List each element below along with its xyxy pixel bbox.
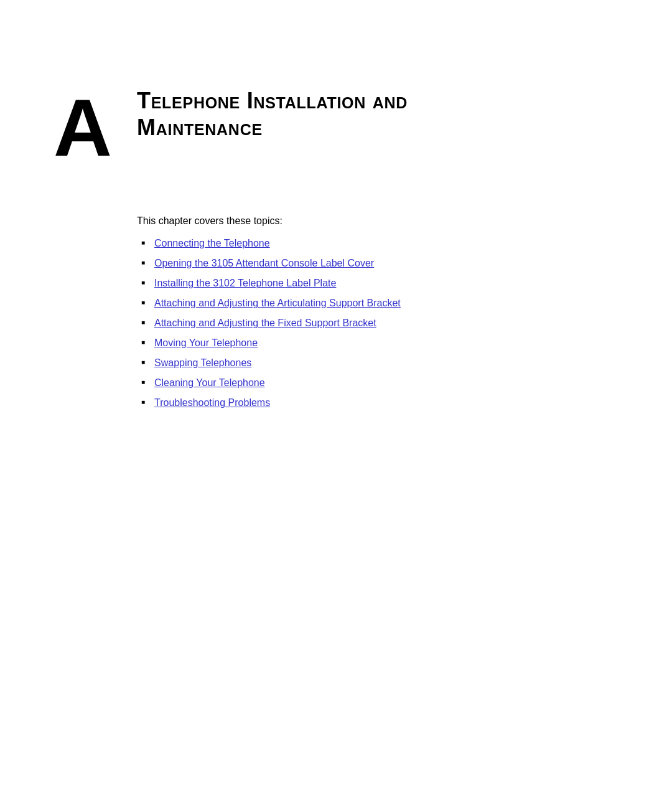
topic-link-troubleshooting-problems[interactable]: Troubleshooting Problems [154, 397, 270, 408]
list-item: ■Cleaning Your Telephone [137, 377, 622, 389]
list-item: ■Installing the 3102 Telephone Label Pla… [137, 278, 622, 289]
bullet-icon: ■ [137, 359, 149, 366]
topic-link-cleaning-telephone[interactable]: Cleaning Your Telephone [154, 377, 265, 389]
left-column: A [0, 50, 137, 757]
topic-link-attaching-articulating-bracket[interactable]: Attaching and Adjusting the Articulating… [154, 298, 401, 309]
chapter-letter: A [54, 87, 112, 168]
topic-link-connecting-telephone[interactable]: Connecting the Telephone [154, 238, 270, 249]
list-item: ■Connecting the Telephone [137, 238, 622, 249]
topic-link-attaching-fixed-bracket[interactable]: Attaching and Adjusting the Fixed Suppor… [154, 318, 376, 329]
bullet-icon: ■ [137, 319, 149, 326]
bullet-icon: ■ [137, 339, 149, 346]
topic-link-opening-attendant-console[interactable]: Opening the 3105 Attendant Console Label… [154, 258, 374, 269]
topic-link-moving-telephone[interactable]: Moving Your Telephone [154, 337, 258, 349]
bullet-icon: ■ [137, 279, 149, 286]
page-container: A Telephone Installation and Maintenance… [0, 0, 672, 807]
bullet-icon: ■ [137, 239, 149, 246]
list-item: ■Swapping Telephones [137, 357, 622, 369]
bullet-icon: ■ [137, 379, 149, 385]
bullet-icon: ■ [137, 259, 149, 266]
list-item: ■Attaching and Adjusting the Articulatin… [137, 298, 622, 309]
list-item: ■Opening the 3105 Attendant Console Labe… [137, 258, 622, 269]
list-item: ■Moving Your Telephone [137, 337, 622, 349]
right-column: Telephone Installation and Maintenance T… [137, 50, 672, 757]
list-item: ■Troubleshooting Problems [137, 397, 622, 408]
chapter-title: Telephone Installation and Maintenance [137, 87, 622, 141]
list-item: ■Attaching and Adjusting the Fixed Suppo… [137, 318, 622, 329]
topic-link-swapping-telephones[interactable]: Swapping Telephones [154, 357, 251, 369]
bullet-icon: ■ [137, 299, 149, 306]
bullet-icon: ■ [137, 399, 149, 405]
topic-link-installing-label-plate[interactable]: Installing the 3102 Telephone Label Plat… [154, 278, 336, 289]
topics-list: ■Connecting the Telephone■Opening the 31… [137, 238, 622, 408]
chapter-title-text: Telephone Installation and Maintenance [137, 88, 408, 140]
intro-text: This chapter covers these topics: [137, 215, 622, 227]
